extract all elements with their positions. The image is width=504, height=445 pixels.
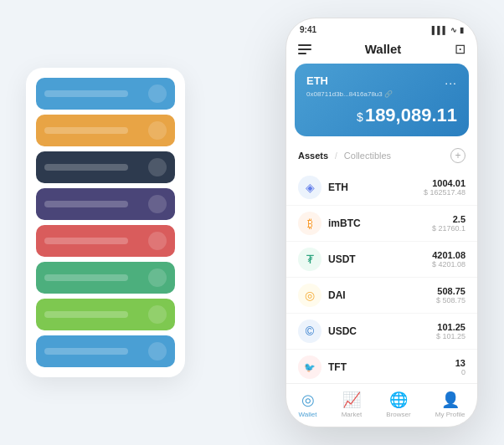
eth-card-header: ETH ... — [306, 74, 457, 87]
asset-values: 101.25 $ 101.25 — [436, 322, 465, 340]
tab-separator: / — [335, 151, 337, 161]
asset-list: ◈ ETH 1004.01 $ 162517.48 ₿ imBTC 2.5 $ … — [286, 170, 477, 383]
card-list — [26, 68, 185, 377]
asset-amount: 101.25 — [436, 322, 465, 332]
asset-usd: $ 508.75 — [436, 296, 465, 304]
list-item[interactable] — [36, 299, 175, 330]
asset-row-tft[interactable]: 🐦 TFT 13 0 — [286, 350, 477, 383]
time: 9:41 — [300, 25, 316, 34]
list-item[interactable] — [36, 335, 175, 367]
nav-market-label: Market — [342, 411, 362, 418]
asset-row-dai[interactable]: ◎ DAI 508.75 $ 508.75 — [286, 278, 477, 314]
nav-browser-label: Browser — [386, 411, 410, 418]
eth-icon: ◈ — [298, 176, 321, 199]
dai-icon: ◎ — [298, 284, 321, 307]
nav-profile[interactable]: 👤 My Profile — [435, 391, 465, 418]
bottom-nav: ◎ Wallet 📈 Market 🌐 Browser 👤 My Profile — [286, 383, 477, 427]
asset-usd: $ 162517.48 — [424, 188, 465, 197]
asset-usd: 0 — [455, 368, 465, 376]
signal-icon: ▌▌▌ — [432, 26, 448, 34]
status-icons: ▌▌▌ ∿ ▮ — [432, 26, 464, 34]
market-nav-icon: 📈 — [342, 391, 361, 409]
asset-amount: 2.5 — [432, 214, 465, 224]
tab-assets[interactable]: Assets — [298, 151, 328, 161]
list-item[interactable] — [36, 188, 175, 220]
list-item[interactable] — [36, 78, 175, 110]
phone-header: Wallet ⊡ — [286, 38, 477, 64]
list-item[interactable] — [36, 225, 175, 257]
asset-values: 2.5 $ 21760.1 — [432, 214, 465, 233]
asset-amount: 508.75 — [436, 286, 465, 296]
asset-name: USDT — [328, 253, 432, 265]
list-item[interactable] — [36, 262, 175, 294]
asset-amount: 4201.08 — [432, 250, 465, 260]
nav-browser[interactable]: 🌐 Browser — [386, 391, 410, 418]
scene: 9:41 ▌▌▌ ∿ ▮ Wallet ⊡ ETH ... 0x08711d3b… — [9, 9, 495, 436]
tab-collectibles[interactable]: Collectibles — [344, 151, 391, 161]
asset-name: USDC — [328, 325, 436, 337]
usdt-icon: ₮ — [298, 248, 321, 271]
page-title: Wallet — [365, 42, 402, 56]
imbtc-icon: ₿ — [298, 212, 321, 235]
tft-icon: 🐦 — [298, 355, 321, 379]
eth-card-title: ETH — [306, 74, 328, 87]
nav-profile-label: My Profile — [435, 411, 465, 418]
menu-icon[interactable] — [298, 44, 311, 54]
browser-nav-icon: 🌐 — [389, 391, 408, 409]
status-bar: 9:41 ▌▌▌ ∿ ▮ — [286, 18, 477, 38]
asset-name: imBTC — [328, 217, 432, 229]
nav-wallet-label: Wallet — [299, 411, 317, 418]
wallet-nav-icon: ◎ — [301, 391, 315, 409]
eth-card-balance: $189,089.11 — [306, 105, 457, 126]
phone: 9:41 ▌▌▌ ∿ ▮ Wallet ⊡ ETH ... 0x08711d3b… — [285, 18, 478, 427]
asset-amount: 13 — [455, 358, 465, 368]
asset-values: 13 0 — [455, 358, 465, 376]
balance-symbol: $ — [357, 110, 363, 124]
asset-name: ETH — [328, 182, 424, 193]
assets-tabs: Assets / Collectibles — [298, 151, 391, 161]
wifi-icon: ∿ — [450, 26, 457, 34]
asset-row-imbtc[interactable]: ₿ imBTC 2.5 $ 21760.1 — [286, 206, 477, 242]
eth-card-menu[interactable]: ... — [445, 74, 457, 87]
asset-usd: $ 4201.08 — [432, 260, 465, 269]
asset-values: 508.75 $ 508.75 — [436, 286, 465, 304]
nav-wallet[interactable]: ◎ Wallet — [299, 391, 317, 418]
scan-icon[interactable]: ⊡ — [455, 41, 465, 57]
asset-values: 1004.01 $ 162517.48 — [424, 178, 465, 197]
asset-row-eth[interactable]: ◈ ETH 1004.01 $ 162517.48 — [286, 170, 477, 206]
list-item[interactable] — [36, 151, 175, 183]
asset-usd: $ 101.25 — [436, 332, 465, 340]
usdc-icon: © — [298, 320, 321, 343]
asset-name: DAI — [328, 289, 436, 301]
list-item[interactable] — [36, 115, 175, 146]
asset-row-usdt[interactable]: ₮ USDT 4201.08 $ 4201.08 — [286, 242, 477, 278]
assets-header: Assets / Collectibles + — [286, 145, 477, 170]
add-asset-button[interactable]: + — [450, 148, 465, 163]
asset-row-usdc[interactable]: © USDC 101.25 $ 101.25 — [286, 314, 477, 350]
asset-name: TFT — [328, 361, 455, 373]
asset-amount: 1004.01 — [424, 178, 465, 188]
eth-card-address: 0x08711d3b...8416a78u3 🔗 — [306, 90, 457, 98]
asset-usd: $ 21760.1 — [432, 224, 465, 233]
eth-card[interactable]: ETH ... 0x08711d3b...8416a78u3 🔗 $189,08… — [295, 64, 469, 136]
profile-nav-icon: 👤 — [441, 391, 460, 409]
battery-icon: ▮ — [460, 26, 464, 34]
nav-market[interactable]: 📈 Market — [342, 391, 362, 418]
asset-values: 4201.08 $ 4201.08 — [432, 250, 465, 269]
